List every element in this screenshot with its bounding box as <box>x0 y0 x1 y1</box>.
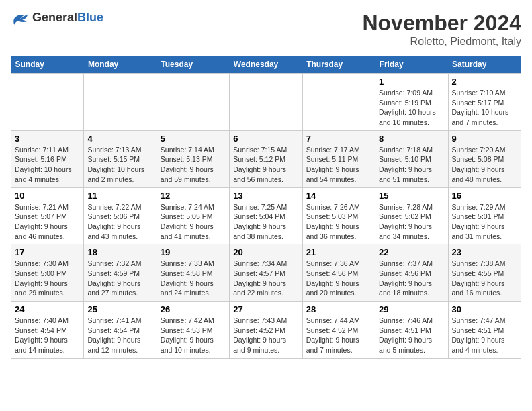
day-info: Sunrise: 7:15 AM Sunset: 5:12 PM Dayligh… <box>233 145 298 185</box>
day-info: Sunrise: 7:18 AM Sunset: 5:10 PM Dayligh… <box>379 145 444 185</box>
day-number: 23 <box>452 247 517 257</box>
day-info: Sunrise: 7:46 AM Sunset: 4:51 PM Dayligh… <box>379 316 444 355</box>
day-info: Sunrise: 7:10 AM Sunset: 5:17 PM Dayligh… <box>452 88 517 128</box>
logo-icon <box>11 11 30 25</box>
calendar-header-row: SundayMondayTuesdayWednesdayThursdayFrid… <box>11 56 521 74</box>
calendar-cell: 3Sunrise: 7:11 AM Sunset: 5:16 PM Daylig… <box>11 130 84 187</box>
calendar-cell: 5Sunrise: 7:14 AM Sunset: 5:13 PM Daylig… <box>157 130 229 187</box>
calendar-cell <box>84 74 157 131</box>
day-info: Sunrise: 7:41 AM Sunset: 4:54 PM Dayligh… <box>87 316 152 355</box>
day-number: 13 <box>233 191 298 201</box>
calendar-week-row: 3Sunrise: 7:11 AM Sunset: 5:16 PM Daylig… <box>11 130 521 187</box>
day-number: 2 <box>452 77 517 87</box>
day-number: 19 <box>161 247 226 257</box>
day-info: Sunrise: 7:43 AM Sunset: 4:52 PM Dayligh… <box>233 316 298 355</box>
calendar-week-row: 24Sunrise: 7:40 AM Sunset: 4:54 PM Dayli… <box>11 302 521 359</box>
day-number: 12 <box>161 191 226 201</box>
day-info: Sunrise: 7:14 AM Sunset: 5:13 PM Dayligh… <box>161 145 226 185</box>
calendar-cell: 25Sunrise: 7:41 AM Sunset: 4:54 PM Dayli… <box>84 302 157 359</box>
day-number: 1 <box>379 77 444 87</box>
calendar-cell: 15Sunrise: 7:28 AM Sunset: 5:02 PM Dayli… <box>375 187 448 244</box>
day-number: 24 <box>15 304 80 314</box>
day-info: Sunrise: 7:37 AM Sunset: 4:56 PM Dayligh… <box>379 259 444 298</box>
day-info: Sunrise: 7:30 AM Sunset: 5:00 PM Dayligh… <box>15 259 80 298</box>
day-info: Sunrise: 7:13 AM Sunset: 5:15 PM Dayligh… <box>87 145 152 185</box>
day-number: 18 <box>87 247 152 257</box>
day-info: Sunrise: 7:40 AM Sunset: 4:54 PM Dayligh… <box>15 316 80 355</box>
calendar-cell <box>302 74 375 131</box>
calendar-week-row: 17Sunrise: 7:30 AM Sunset: 5:00 PM Dayli… <box>11 244 521 302</box>
calendar-cell: 21Sunrise: 7:36 AM Sunset: 4:56 PM Dayli… <box>302 244 375 302</box>
day-info: Sunrise: 7:25 AM Sunset: 5:04 PM Dayligh… <box>233 202 298 242</box>
day-number: 6 <box>233 134 298 144</box>
day-number: 15 <box>379 191 444 201</box>
calendar-cell: 28Sunrise: 7:44 AM Sunset: 4:52 PM Dayli… <box>302 302 375 359</box>
calendar-week-row: 1Sunrise: 7:09 AM Sunset: 5:19 PM Daylig… <box>11 74 521 131</box>
day-number: 3 <box>15 134 80 144</box>
calendar-cell: 6Sunrise: 7:15 AM Sunset: 5:12 PM Daylig… <box>230 130 302 187</box>
calendar-cell: 7Sunrise: 7:17 AM Sunset: 5:11 PM Daylig… <box>302 130 375 187</box>
calendar-cell: 26Sunrise: 7:42 AM Sunset: 4:53 PM Dayli… <box>157 302 229 359</box>
calendar-cell: 18Sunrise: 7:32 AM Sunset: 4:59 PM Dayli… <box>84 244 157 302</box>
day-info: Sunrise: 7:36 AM Sunset: 4:56 PM Dayligh… <box>306 259 371 298</box>
calendar-cell: 14Sunrise: 7:26 AM Sunset: 5:03 PM Dayli… <box>302 187 375 244</box>
day-number: 4 <box>87 134 152 144</box>
day-info: Sunrise: 7:38 AM Sunset: 4:55 PM Dayligh… <box>452 259 517 298</box>
day-of-week-header: Wednesday <box>230 56 302 74</box>
day-info: Sunrise: 7:47 AM Sunset: 4:51 PM Dayligh… <box>452 316 517 355</box>
day-number: 25 <box>87 304 152 314</box>
calendar-cell: 20Sunrise: 7:34 AM Sunset: 4:57 PM Dayli… <box>230 244 302 302</box>
day-info: Sunrise: 7:28 AM Sunset: 5:02 PM Dayligh… <box>379 202 444 242</box>
logo: GeneralBlue <box>11 11 103 25</box>
calendar-week-row: 10Sunrise: 7:21 AM Sunset: 5:07 PM Dayli… <box>11 187 521 244</box>
day-info: Sunrise: 7:44 AM Sunset: 4:52 PM Dayligh… <box>306 316 371 355</box>
calendar-cell: 16Sunrise: 7:29 AM Sunset: 5:01 PM Dayli… <box>448 187 521 244</box>
day-number: 10 <box>15 191 80 201</box>
day-number: 14 <box>306 191 371 201</box>
calendar-cell: 9Sunrise: 7:20 AM Sunset: 5:08 PM Daylig… <box>448 130 521 187</box>
day-number: 7 <box>306 134 371 144</box>
day-number: 11 <box>87 191 152 201</box>
day-info: Sunrise: 7:22 AM Sunset: 5:06 PM Dayligh… <box>87 202 152 242</box>
calendar-cell: 22Sunrise: 7:37 AM Sunset: 4:56 PM Dayli… <box>375 244 448 302</box>
day-info: Sunrise: 7:34 AM Sunset: 4:57 PM Dayligh… <box>233 259 298 298</box>
calendar-cell: 2Sunrise: 7:10 AM Sunset: 5:17 PM Daylig… <box>448 74 521 131</box>
calendar-cell: 10Sunrise: 7:21 AM Sunset: 5:07 PM Dayli… <box>11 187 84 244</box>
day-info: Sunrise: 7:32 AM Sunset: 4:59 PM Dayligh… <box>87 259 152 298</box>
calendar-body: 1Sunrise: 7:09 AM Sunset: 5:19 PM Daylig… <box>11 74 521 359</box>
day-info: Sunrise: 7:17 AM Sunset: 5:11 PM Dayligh… <box>306 145 371 185</box>
location-subtitle: Roletto, Piedmont, Italy <box>362 36 521 48</box>
calendar-cell <box>11 74 84 131</box>
day-info: Sunrise: 7:42 AM Sunset: 4:53 PM Dayligh… <box>161 316 226 355</box>
day-number: 27 <box>233 304 298 314</box>
day-info: Sunrise: 7:21 AM Sunset: 5:07 PM Dayligh… <box>15 202 80 242</box>
calendar-cell: 27Sunrise: 7:43 AM Sunset: 4:52 PM Dayli… <box>230 302 302 359</box>
page-header: GeneralBlue November 2024 Roletto, Piedm… <box>11 11 521 48</box>
day-of-week-header: Monday <box>84 56 157 74</box>
calendar-cell: 1Sunrise: 7:09 AM Sunset: 5:19 PM Daylig… <box>375 74 448 131</box>
calendar-cell: 8Sunrise: 7:18 AM Sunset: 5:10 PM Daylig… <box>375 130 448 187</box>
day-info: Sunrise: 7:09 AM Sunset: 5:19 PM Dayligh… <box>379 88 444 128</box>
calendar-cell: 23Sunrise: 7:38 AM Sunset: 4:55 PM Dayli… <box>448 244 521 302</box>
day-number: 5 <box>161 134 226 144</box>
day-info: Sunrise: 7:24 AM Sunset: 5:05 PM Dayligh… <box>161 202 226 242</box>
day-number: 28 <box>306 304 371 314</box>
day-number: 9 <box>452 134 517 144</box>
day-number: 21 <box>306 247 371 257</box>
calendar-cell <box>157 74 229 131</box>
month-title: November 2024 <box>362 11 521 36</box>
day-number: 26 <box>161 304 226 314</box>
calendar-cell: 13Sunrise: 7:25 AM Sunset: 5:04 PM Dayli… <box>230 187 302 244</box>
logo-general-text: General <box>32 11 77 24</box>
day-number: 17 <box>15 247 80 257</box>
day-number: 20 <box>233 247 298 257</box>
calendar-table: SundayMondayTuesdayWednesdayThursdayFrid… <box>11 56 521 359</box>
day-number: 29 <box>379 304 444 314</box>
title-section: November 2024 Roletto, Piedmont, Italy <box>362 11 521 48</box>
calendar-cell <box>230 74 302 131</box>
day-of-week-header: Friday <box>375 56 448 74</box>
calendar-cell: 11Sunrise: 7:22 AM Sunset: 5:06 PM Dayli… <box>84 187 157 244</box>
calendar-cell: 19Sunrise: 7:33 AM Sunset: 4:58 PM Dayli… <box>157 244 229 302</box>
calendar-cell: 17Sunrise: 7:30 AM Sunset: 5:00 PM Dayli… <box>11 244 84 302</box>
day-of-week-header: Tuesday <box>157 56 229 74</box>
